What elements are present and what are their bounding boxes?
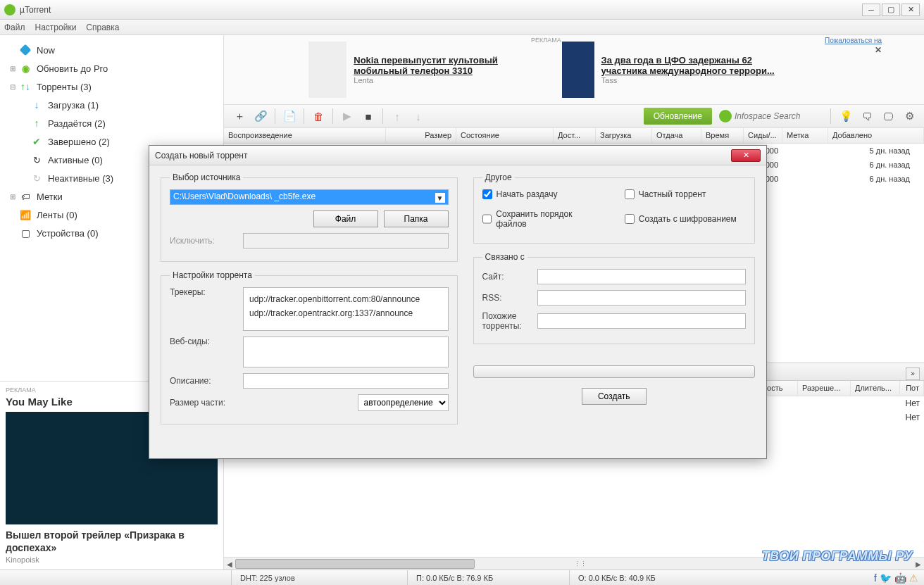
sidebar-item-downloading[interactable]: ↓ Загрузка (1) [0,96,223,114]
piece-size-select[interactable]: автоопределение [358,394,449,411]
scroll-thumb[interactable] [235,559,475,569]
add-torrent-button[interactable]: ＋ [230,107,249,125]
ad-item-2[interactable]: За два года в ЦФО задержаны 62 участника… [562,42,787,98]
warning-icon[interactable]: ⚠ [909,572,918,584]
menu-settings[interactable]: Настройки [35,23,77,32]
sidebar-item-torrents[interactable]: ⊟↑↓ Торренты (3) [0,77,223,96]
android-icon[interactable]: 🤖 [894,572,906,584]
other-fieldset: Другое Начать раздачу Частный торрент Со… [473,172,755,244]
similar-input[interactable] [537,313,746,329]
torrent-columns-header: Воспроизведение Размер Состояние Дост...… [224,128,924,144]
source-fieldset: Выбор источника C:\Users\Vlad\Downloads\… [161,172,458,262]
share-button[interactable]: 🗨 [858,107,876,125]
update-button[interactable]: Обновление [644,108,712,125]
sidebar-label: Активные (0) [48,155,103,165]
app-logo-icon [4,4,15,15]
move-down-button[interactable]: ↓ [408,107,428,125]
ad-complain-link[interactable]: Пожаловаться на [825,37,882,44]
delete-button[interactable]: 🗑 [308,107,328,125]
related-legend: Связано с [482,252,527,262]
dialog-titlebar[interactable]: Создать новый торрент ✕ [149,146,766,165]
status-down: П: 0.0 КБ/с В: 76.9 КБ [407,570,569,585]
move-up-button[interactable]: ↑ [387,107,407,125]
remote-button[interactable]: 🖵 [879,107,897,125]
col-avail[interactable]: Дост... [554,128,596,143]
torrent-settings-fieldset: Настройки торрента Трекеры: udp://tracke… [161,270,458,424]
folder-button[interactable]: Папка [384,210,449,227]
status-dht: DHT: 225 узлов [231,570,407,585]
sidebar-item-upgrade[interactable]: ⊞◉ Обновить до Pro [0,59,223,77]
desc-label: Описание: [170,376,237,386]
rss-input[interactable] [537,290,746,306]
search-input[interactable] [735,108,826,124]
fcol-res[interactable]: Разреше... [798,381,851,396]
window-title: µTorrent [20,5,862,15]
col-down[interactable]: Загрузка [596,128,652,143]
preserve-order-checkbox[interactable]: Сохранить порядок файлов [482,209,604,229]
webseeds-textarea[interactable] [243,336,449,367]
upload-icon: ↑ [31,118,42,129]
trackers-textarea[interactable]: udp://tracker.openbittorrent.com:80/anno… [243,287,449,331]
create-torrent-dialog: Создать новый торрент ✕ Выбор источника … [149,145,767,459]
tip-button[interactable]: 💡 [837,107,855,125]
minimize-button[interactable]: ─ [862,4,880,16]
ad-headline[interactable]: Вышел второй трейлер «Призрака в доспеха… [6,529,218,554]
sidebar-item-now[interactable]: Now [0,41,223,59]
dropdown-arrow-icon[interactable]: ▼ [435,193,445,203]
sidebar-item-seeding[interactable]: ↑ Раздаётся (2) [0,114,223,132]
fcol-stream[interactable]: Пот [900,381,924,396]
device-icon: ▢ [20,227,31,239]
sidebar-label: Завершено (2) [48,137,110,147]
scroll-right-icon[interactable]: ▶ [913,558,924,570]
add-url-button[interactable]: 🔗 [251,107,270,125]
description-input[interactable] [243,373,449,389]
col-size[interactable]: Размер [386,128,456,143]
site-input[interactable] [537,269,746,284]
col-status[interactable]: Состояние [456,128,554,143]
search-box [719,108,826,124]
maximize-button[interactable]: ▢ [882,4,900,16]
menu-bar: Файл Настройки Справка [0,20,924,35]
source-path-combo[interactable]: C:\Users\Vlad\Downloads\ _cb5fe.exe ▼ [170,189,449,205]
search-provider-icon[interactable] [719,110,732,122]
scroll-left-icon[interactable]: ◀ [224,558,235,570]
col-playback[interactable]: Воспроизведение [224,128,386,143]
create-torrent-button[interactable]: 📄 [280,107,299,125]
col-seeds[interactable]: Сиды/... [744,128,782,143]
ad-close-icon[interactable]: ✕ [875,45,882,55]
create-button[interactable]: Создать [582,388,647,405]
ad-label: РЕКЛАМА [531,37,561,44]
encrypt-checkbox[interactable]: Создать с шифрованием [625,209,746,229]
facebook-icon[interactable]: f [874,572,877,584]
col-added[interactable]: Добавлено [828,128,924,143]
rss-icon: 📶 [20,209,31,220]
ad-source: Tass [601,76,787,84]
similar-label: Похожие торренты: [482,311,532,331]
tabs-expand-button[interactable]: » [906,367,920,380]
ad-image [562,42,594,98]
fcol-dur[interactable]: Длитель... [851,381,900,396]
site-label: Сайт: [482,272,532,282]
create-progress-bar [473,365,755,378]
now-icon [20,44,32,56]
col-up[interactable]: Отдача [652,128,701,143]
menu-help[interactable]: Справка [86,23,119,32]
sidebar-label: Устройства (0) [37,228,99,239]
twitter-icon[interactable]: 🐦 [880,572,892,584]
dialog-title: Создать новый торрент [155,151,247,161]
private-checkbox[interactable]: Частный торрент [625,189,746,199]
menu-file[interactable]: Файл [4,23,25,32]
dialog-close-button[interactable]: ✕ [731,149,761,162]
status-up: О: 0.0 КБ/с В: 40.9 КБ [569,570,724,585]
col-time[interactable]: Время [701,128,744,143]
horizontal-scrollbar[interactable]: ◀ ⋮⋮ ▶ [224,557,924,570]
ad-title: Nokia перевыпустит культовый мобильный т… [354,55,534,76]
file-button[interactable]: Файл [313,210,378,227]
col-label[interactable]: Метка [782,128,828,143]
settings-button[interactable]: ⚙ [900,107,918,125]
stop-button[interactable]: ■ [358,107,378,125]
start-button[interactable]: ▶ [337,107,357,125]
start-seeding-checkbox[interactable]: Начать раздачу [482,189,604,199]
ad-item-1[interactable]: Nokia перевыпустит культовый мобильный т… [308,42,534,98]
close-button[interactable]: ✕ [901,4,920,16]
